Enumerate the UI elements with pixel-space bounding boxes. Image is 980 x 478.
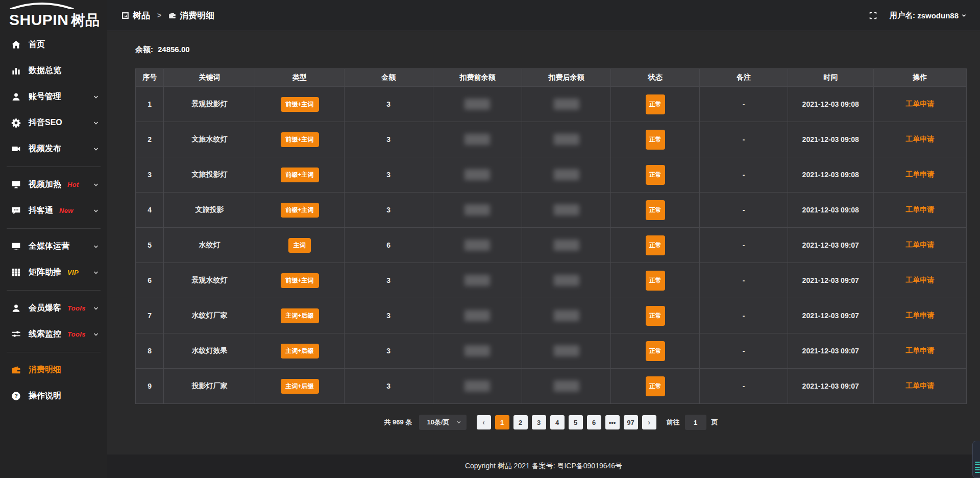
more-pages-button[interactable]: •••: [605, 415, 620, 429]
chevron-down-icon: [93, 120, 99, 126]
sidebar-item-badge: Hot: [67, 181, 79, 188]
chevron-down-icon: [93, 305, 99, 312]
cell-amount: 3: [344, 298, 433, 333]
work-order-link[interactable]: 工单申请: [905, 170, 934, 178]
cell-type: 前缀+主词: [255, 122, 344, 157]
page-size-select[interactable]: 10条/页: [419, 415, 466, 430]
logo-text: SHUPIN: [9, 12, 68, 28]
sidebar-item-clue-monitor[interactable]: 线索监控Tools: [0, 321, 107, 347]
cell-amount: 3: [344, 263, 433, 298]
breadcrumb-item-consume-detail[interactable]: 消费明细: [168, 10, 214, 21]
type-badge: 前缀+主词: [281, 273, 319, 288]
sidebar-item-badge: New: [59, 207, 74, 214]
grid-icon: [11, 268, 21, 277]
column-header: 状态: [611, 69, 700, 87]
balance-label: 余额:: [135, 45, 153, 54]
breadcrumb-label: 树品: [133, 10, 150, 21]
cell-balance-after: [522, 122, 610, 157]
page-button-6[interactable]: 6: [587, 415, 601, 429]
table-row: 2文旅水纹灯前缀+主词3正常-2021-12-03 09:08工单申请: [136, 122, 967, 157]
breadcrumb-label: 消费明细: [180, 10, 214, 21]
page-button-2[interactable]: 2: [513, 415, 528, 429]
page-button-97[interactable]: 97: [624, 415, 638, 429]
sidebar-item-matrix-boost[interactable]: 矩阵助推VIP: [0, 259, 107, 285]
cell-type: 前缀+主词: [255, 87, 344, 122]
work-order-link[interactable]: 工单申请: [905, 205, 934, 213]
brand-logo: SHUPIN 树品: [0, 0, 107, 32]
cell-note: -: [700, 122, 788, 157]
copyright-text: Copyright 树品 2021 备案号: 粤ICP备09019646号: [465, 462, 622, 471]
footer: Copyright 树品 2021 备案号: 粤ICP备09019646号: [107, 455, 980, 478]
goto-suffix: 页: [712, 418, 718, 427]
user-menu[interactable]: 用户名: zswodun88: [890, 11, 967, 20]
sidebar-item-home[interactable]: 首页: [0, 32, 107, 58]
sidebar-item-video-heat[interactable]: 视频加热Hot: [0, 172, 107, 198]
sidebar-item-label: 矩阵助推: [29, 267, 61, 278]
cell-keyword: 水纹灯: [164, 228, 255, 263]
cell-action: 工单申请: [873, 263, 966, 298]
prev-page-button[interactable]: ‹: [477, 415, 491, 429]
cell-keyword: 水纹灯效果: [164, 333, 255, 369]
cell-balance-after: [522, 87, 610, 122]
cell-amount: 3: [344, 157, 433, 193]
sidebar-item-douyin-seo[interactable]: 抖音SEO: [0, 110, 107, 136]
sidebar-item-badge: Tools: [67, 330, 86, 338]
chat-icon: [11, 206, 21, 216]
table-row: 8水纹灯效果主词+后缀3正常-2021-12-03 09:07工单申请: [136, 333, 967, 369]
masked-value: [554, 380, 579, 392]
cell-type: 前缀+主词: [255, 193, 344, 228]
menu-divider: [7, 290, 101, 291]
work-order-link[interactable]: 工单申请: [905, 100, 934, 108]
work-order-link[interactable]: 工单申请: [905, 241, 934, 249]
sidebar-item-account-manage[interactable]: 账号管理: [0, 84, 107, 110]
work-order-link[interactable]: 工单申请: [905, 135, 934, 143]
page-button-1[interactable]: 1: [495, 415, 509, 429]
cell-status: 正常: [611, 157, 700, 193]
chat-widget-stripe: [975, 464, 980, 465]
menu-divider: [7, 166, 101, 167]
cell-amount: 3: [344, 333, 433, 369]
masked-value: [464, 169, 490, 180]
cell-time: 2021-12-03 09:07: [788, 333, 873, 369]
app: { "app": { "logo_text": "SHUPIN", "logo_…: [0, 0, 980, 478]
type-badge: 前缀+主词: [281, 132, 319, 147]
chat-widget-stripe: [975, 467, 980, 468]
cell-note: -: [700, 369, 788, 404]
sidebar-item-consume-detail[interactable]: 消费明细: [0, 357, 107, 383]
main-content: 余额:24856.00 序号关键词类型金额扣费前余额扣费后余额状态备注时间操作1…: [107, 31, 980, 478]
page-button-5[interactable]: 5: [569, 415, 583, 429]
work-order-link[interactable]: 工单申请: [905, 276, 934, 284]
goto-page-input[interactable]: [685, 415, 706, 430]
work-order-link[interactable]: 工单申请: [905, 311, 934, 319]
next-page-button[interactable]: ›: [642, 415, 656, 429]
cell-keyword: 水纹灯厂家: [164, 298, 255, 333]
page-size-value: 10条/页: [427, 418, 449, 427]
sidebar-item-data-overview[interactable]: 数据总览: [0, 58, 107, 84]
cell-status: 正常: [611, 333, 700, 369]
column-header: 序号: [136, 69, 164, 87]
goto-label: 前往: [667, 418, 680, 427]
fullscreen-icon[interactable]: [869, 11, 877, 20]
breadcrumb: 树品>消费明细: [121, 10, 214, 21]
cell-amount: 3: [344, 122, 433, 157]
masked-value: [554, 345, 579, 356]
svg-text:?: ?: [14, 393, 18, 399]
breadcrumb-item-shupin[interactable]: 树品: [121, 10, 150, 21]
sidebar-item-instructions[interactable]: ?操作说明: [0, 383, 107, 409]
page-button-3[interactable]: 3: [532, 415, 546, 429]
work-order-link[interactable]: 工单申请: [905, 381, 934, 390]
sidebar-item-douketong[interactable]: 抖客通New: [0, 198, 107, 224]
cell-status: 正常: [611, 122, 700, 157]
screen-icon: [11, 242, 21, 251]
sidebar-item-media-operation[interactable]: 全媒体运营: [0, 233, 107, 259]
page-button-4[interactable]: 4: [550, 415, 565, 429]
chat-widget[interactable]: [972, 441, 980, 478]
sidebar-item-label: 消费明细: [29, 365, 61, 375]
cell-action: 工单申请: [873, 122, 966, 157]
sidebar-item-member-baoke[interactable]: 会员爆客Tools: [0, 295, 107, 321]
sidebar-item-video-publish[interactable]: 视频发布: [0, 136, 107, 162]
work-order-link[interactable]: 工单申请: [905, 346, 934, 354]
bar-chart-icon: [11, 66, 21, 76]
home-icon: [11, 40, 21, 50]
cell-time: 2021-12-03 09:08: [788, 122, 873, 157]
